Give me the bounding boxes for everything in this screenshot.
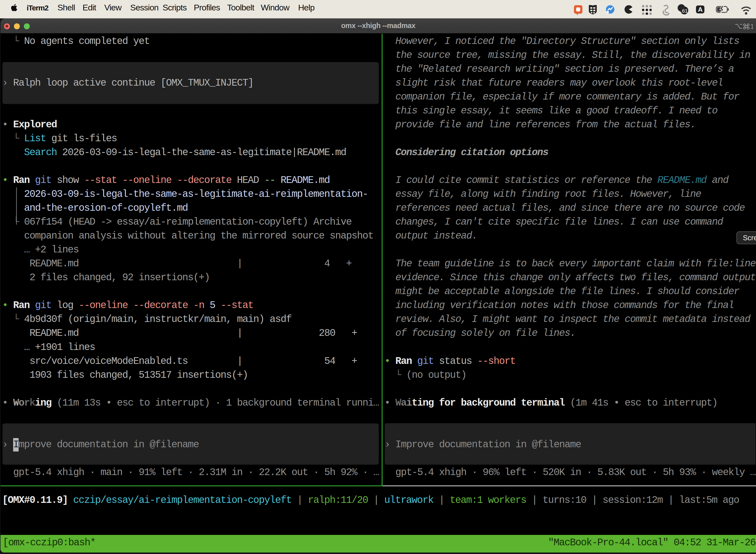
svg-text:..61: ..61 bbox=[679, 8, 688, 14]
svg-text:A: A bbox=[698, 6, 703, 13]
svg-text:1: 1 bbox=[750, 23, 753, 30]
